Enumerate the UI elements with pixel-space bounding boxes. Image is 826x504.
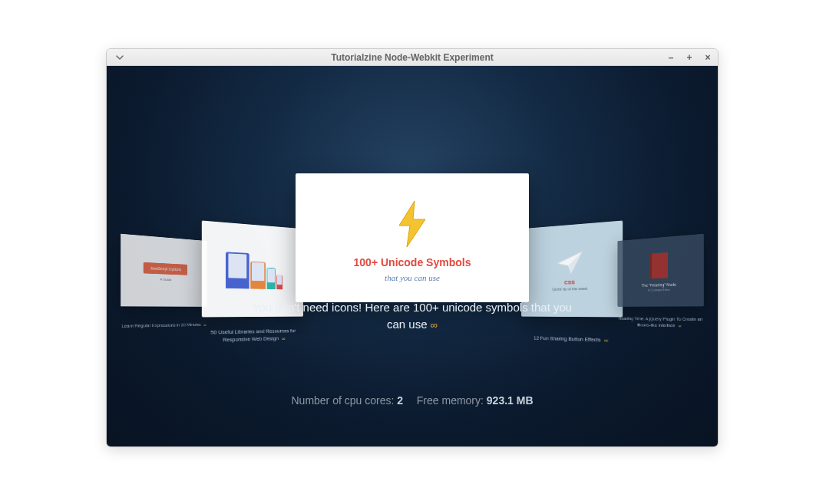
card-link[interactable]: ∞ (676, 324, 681, 330)
book-icon (649, 252, 668, 278)
card-inner: The "Reading" Mode A Concept Idea (617, 234, 703, 307)
device-icon (226, 252, 249, 288)
cpu-value: 2 (397, 394, 403, 407)
card-link[interactable]: ∞ (202, 323, 206, 329)
card-inner: JavaScript Options A Guide (121, 234, 206, 307)
carousel-card[interactable]: The "Reading" Mode A Concept Idea Readin… (617, 234, 703, 307)
titlebar[interactable]: Tutorialzine Node-Webkit Experiment – + … (107, 49, 718, 66)
device-icon (250, 261, 266, 288)
window-menu-button[interactable] (111, 51, 128, 64)
link-icon: ∞ (431, 318, 438, 333)
memory-label: Free memory: (417, 394, 484, 407)
device-icon (276, 275, 282, 289)
paper-plane-icon (556, 250, 583, 276)
caption-text-2: Responsive Web Design (223, 335, 279, 343)
card-link[interactable]: ∞ (602, 338, 608, 345)
caption-text-2: iBooks-like Interface (637, 322, 676, 328)
card-caption: Reading Time: A jQuery Plugin To Create … (595, 316, 718, 331)
device-icon (267, 267, 276, 288)
description-link[interactable]: ∞ (431, 318, 438, 333)
link-icon: ∞ (678, 324, 681, 330)
link-icon: ∞ (282, 336, 285, 343)
card-sub: A Guide (160, 277, 172, 281)
app-window: Tutorialzine Node-Webkit Experiment – + … (106, 48, 719, 447)
card-headline: CSS (564, 279, 575, 285)
content-pane: JavaScript Options A Guide Learn Regular… (107, 66, 718, 446)
chevron-down-icon (116, 55, 124, 60)
link-icon: ∞ (604, 338, 608, 345)
card-link[interactable]: ∞ (280, 336, 286, 344)
minimize-button[interactable]: – (664, 51, 678, 64)
card-headline: The "Reading" Mode (642, 282, 676, 288)
card-sub: A Concept Idea (648, 288, 670, 292)
carousel-card-active[interactable]: 100+ Unicode Symbols that you can use (296, 173, 529, 302)
memory-value: 923.1 MB (487, 394, 534, 407)
caption-text: Learn Regular Expressions in 20 Minutes (121, 322, 200, 329)
close-button[interactable]: × (701, 51, 715, 64)
description-text: You don't need icons! Here are 100+ unic… (253, 301, 572, 331)
active-card-description: You don't need icons! Here are 100+ unic… (251, 299, 573, 333)
card-chip: JavaScript Options (143, 262, 187, 275)
carousel-card[interactable]: JavaScript Options A Guide Learn Regular… (121, 234, 206, 307)
card-headline: 100+ Unicode Symbols (354, 256, 471, 268)
lightning-bolt-icon (392, 199, 433, 249)
system-stats: Number of cpu cores: 2 Free memory: 923.… (107, 394, 718, 407)
caption-text: 12 Fun Sharing Button Effects (534, 334, 600, 342)
card-inner: 100+ Unicode Symbols that you can use (296, 173, 529, 302)
cpu-label: Number of cpu cores: (291, 394, 394, 407)
window-controls: – + × (664, 51, 718, 64)
card-sub: that you can use (385, 273, 440, 282)
maximize-button[interactable]: + (682, 51, 696, 64)
card-caption: 12 Fun Sharing Button Effects ∞ (494, 334, 657, 347)
devices-illustration (226, 252, 282, 289)
link-icon: ∞ (203, 323, 206, 329)
card-sub: Quick tip of the week (552, 286, 587, 291)
window-title: Tutorialzine Node-Webkit Experiment (107, 52, 718, 63)
